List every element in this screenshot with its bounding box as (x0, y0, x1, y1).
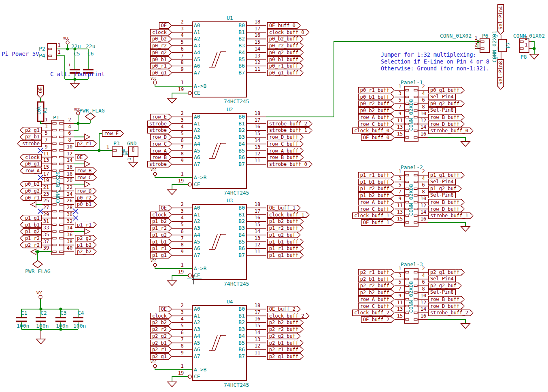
pin-number[interactable]: 16 (249, 33, 266, 38)
pin-number[interactable]: 8 (174, 151, 190, 157)
pin-number[interactable]: 4 (174, 316, 190, 322)
global-label[interactable]: row_B_buff (267, 154, 304, 161)
jumper-note-line1[interactable]: Jumper for 1:32 multiplexing: (381, 51, 476, 58)
pin-notch[interactable] (53, 251, 56, 252)
global-label[interactable]: row_C_buff (358, 303, 395, 309)
cap-value[interactable]: 100n (17, 323, 29, 329)
ic-pin-name[interactable]: A6 (194, 347, 200, 352)
global-label[interactable]: p0_r1 (150, 63, 172, 69)
ic-pin-name[interactable]: B1 (229, 313, 245, 319)
pin-number[interactable]: 17 (249, 310, 266, 315)
global-label[interactable]: p2_g2 (150, 333, 172, 339)
cap-ref[interactable]: C3 (60, 310, 67, 316)
ic-pin-name[interactable]: B1 (229, 30, 245, 35)
global-label[interactable]: p0_b2_buff (358, 107, 395, 114)
pin-notch[interactable] (414, 137, 417, 138)
ic-pin-name[interactable]: A->B (194, 266, 206, 271)
pin-number[interactable]: 39 (38, 246, 54, 251)
ic-pin-name[interactable]: A5 (194, 57, 200, 62)
wire[interactable] (428, 320, 465, 323)
conn-ref[interactable]: P2 (39, 46, 45, 52)
ic-pin-name[interactable]: B5 (229, 148, 245, 154)
pin-number[interactable]: 15 (249, 323, 266, 328)
pin-number[interactable]: 2 (62, 117, 78, 123)
pin-number[interactable]: 13 (249, 53, 266, 59)
global-label[interactable]: row_D_buff (428, 206, 465, 212)
ic-pin-name[interactable]: B1 (229, 121, 245, 127)
ic-pin-name[interactable]: A5 (194, 148, 200, 154)
ic-pin-name[interactable]: A7 (194, 252, 200, 258)
pin-number[interactable]: 16 (249, 316, 266, 322)
ic-pin-name[interactable]: A3 (194, 134, 200, 140)
ic-pin-name[interactable]: B0 (229, 23, 245, 28)
pin-number[interactable]: 1 (174, 263, 190, 268)
pin-number[interactable]: 19 (173, 371, 189, 376)
ic-pin-name[interactable]: B5 (229, 340, 245, 346)
pin-number[interactable]: 16 (249, 124, 266, 129)
global-label[interactable]: p1_b2 (75, 242, 97, 248)
cap-ref[interactable]: C6 (87, 51, 94, 57)
global-label[interactable]: clock_buff_1 (352, 212, 395, 219)
ic-pin-name[interactable]: B5 (229, 239, 245, 245)
global-label[interactable]: p2_b2_buff (358, 289, 395, 296)
ic-pin-name[interactable]: B2 (229, 320, 245, 325)
global-label[interactable]: p1_b2_buff (267, 218, 304, 225)
global-label[interactable]: p2_r2_buff (358, 282, 395, 289)
global-label[interactable]: row_A (150, 148, 172, 154)
pin-number[interactable]: 8 (174, 60, 190, 65)
global-label[interactable]: row_B_buff (428, 114, 465, 121)
global-label[interactable]: p0_g1 (150, 70, 172, 76)
pin-number[interactable]: 3 (174, 209, 190, 214)
vcc-symbol[interactable] (153, 263, 157, 267)
pin-number[interactable]: 3 (174, 118, 190, 123)
footprint-note[interactable]: C alt. footprint (50, 71, 105, 77)
ic-pin-name[interactable]: B7 (229, 161, 245, 167)
pin-number[interactable]: 14 (249, 330, 266, 335)
ic-pin-name[interactable]: A5 (194, 340, 200, 346)
pin-number[interactable]: 2 (174, 303, 190, 308)
global-label[interactable]: p2_g1 (150, 353, 172, 360)
conn-value[interactable]: CONN_02X08 (408, 277, 414, 317)
vcc-label[interactable]: VCC (151, 361, 156, 364)
global-label[interactable]: clock (150, 212, 172, 218)
ic-pin-name[interactable]: A5 (194, 239, 200, 245)
global-label[interactable]: p2_r2 (150, 326, 172, 333)
ic-pin-name[interactable]: A->B (194, 367, 206, 373)
global-label[interactable]: p2_b2 (75, 248, 97, 255)
vcc-symbol[interactable] (153, 364, 157, 368)
global-label[interactable]: p1_g2_buf (267, 232, 301, 238)
ic-pin-name[interactable]: A4 (194, 333, 200, 339)
global-label[interactable]: strobe_buff_1 (267, 127, 312, 133)
global-label[interactable]: p0_b2_buff (267, 36, 304, 42)
cap-plate[interactable] (16, 321, 27, 322)
pin-number[interactable]: 25 (38, 198, 54, 203)
cap-plate[interactable] (55, 317, 66, 318)
global-label[interactable]: clock_buff_0 (267, 29, 310, 36)
pin-number-rotated[interactable]: 1 (493, 34, 499, 38)
vcc-label[interactable]: VCC (151, 260, 156, 263)
global-label[interactable]: row_D_buff (428, 121, 465, 127)
conn-value[interactable]: CONN_02X08 (408, 180, 414, 220)
cap-value[interactable]: 22u (86, 44, 95, 49)
global-label[interactable]: row_B (75, 167, 97, 174)
ic-ref[interactable]: U1 (227, 15, 233, 21)
global-label[interactable]: p1_r2_buff (267, 225, 304, 231)
pin-number[interactable]: 9 (174, 67, 190, 72)
vcc-label[interactable]: VCC (151, 77, 156, 81)
global-label[interactable]: row_A_buff (358, 199, 395, 206)
pin-number[interactable]: 14 (62, 158, 78, 163)
pin-number[interactable]: 19 (173, 269, 189, 275)
pin-notch[interactable] (414, 319, 417, 320)
pin-number[interactable]: 6 (62, 131, 78, 136)
open-arrow-right[interactable] (85, 161, 90, 167)
pin-number[interactable]: 34 (62, 225, 78, 231)
pin-number[interactable]: 16 (415, 314, 431, 319)
ic-pin-name[interactable]: A0 (194, 306, 200, 312)
gnd-symbol[interactable] (461, 142, 470, 146)
global-label[interactable]: OE (159, 22, 172, 29)
pin-number[interactable]: 11 (249, 249, 266, 254)
gnd-symbol[interactable] (70, 83, 79, 88)
global-label[interactable]: p2_g1_buff (428, 269, 465, 275)
wire[interactable] (428, 138, 465, 141)
pin-number[interactable]: 2 (518, 36, 534, 41)
